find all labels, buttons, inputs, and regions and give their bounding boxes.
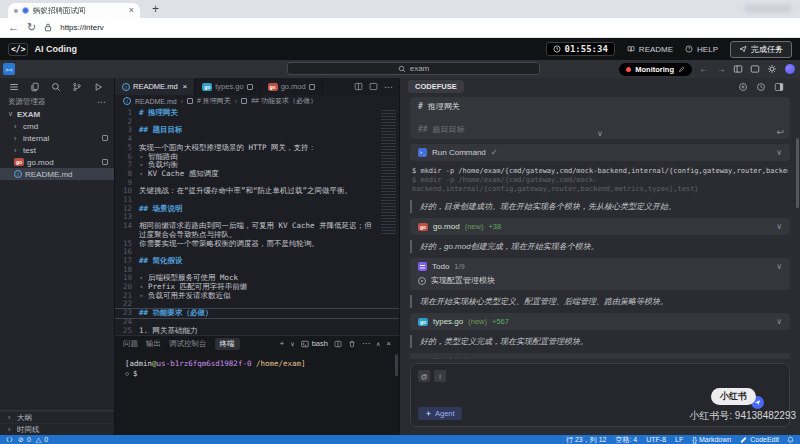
statusbar-item[interactable]: {} Markdown <box>692 436 731 443</box>
url-text[interactable]: https://interv <box>60 23 104 32</box>
nav-back-icon[interactable]: ← <box>699 64 709 74</box>
outline-label: 大纲 <box>17 413 32 423</box>
tree-item-readme-md[interactable]: README.md <box>0 168 114 180</box>
line-text: 关键挑战：在“提升缓存命中率”和“防止单机过载”之间做平衡。 <box>139 187 376 196</box>
errors-indicator[interactable]: ⊘ 0 <box>18 436 31 444</box>
explorer-files-icon[interactable] <box>30 82 40 92</box>
back-icon[interactable]: ← <box>8 22 19 33</box>
new-chat-icon[interactable] <box>738 82 748 92</box>
timeline-section[interactable]: › 时间线 <box>0 423 114 435</box>
tree-item-cmd[interactable]: ›cmd <box>0 120 114 132</box>
search-input[interactable]: exam <box>287 62 540 75</box>
tree-item-internal[interactable]: ›internal <box>0 132 114 144</box>
terminal-output[interactable]: [admin@us-b1rz6fqm6sd1982f-0 /home/exam]… <box>115 351 399 379</box>
collapse-chevron-icon[interactable]: ∨ <box>776 358 782 359</box>
panel-tab-调试控制台[interactable]: 调试控制台 <box>169 339 207 349</box>
assistant-title-tab[interactable]: CODEFUSE <box>408 80 464 93</box>
expand-chevron-icon[interactable]: ∨ <box>597 129 603 138</box>
source-control-icon[interactable] <box>72 82 82 92</box>
browser-tab[interactable]: 蚂蚁招聘面试间 × <box>8 3 140 18</box>
file-change-card[interactable]: types.go(new)+567∨ <box>410 313 790 330</box>
help-button[interactable]: ? HELP <box>685 45 718 54</box>
breadcrumb-item[interactable]: # 推理网关 <box>197 96 231 106</box>
chevron-down-icon: ∨ <box>8 110 14 118</box>
terminal-more-icon[interactable]: ⋯ <box>362 339 370 348</box>
remote-status-icon[interactable] <box>6 436 13 443</box>
editing-file-card[interactable]: 编辑文件中...∨ <box>410 353 790 359</box>
panel-close-icon[interactable]: × <box>386 339 391 348</box>
toggle-panel-icon[interactable] <box>369 82 378 91</box>
breadcrumb-item[interactable]: README.md <box>135 98 177 105</box>
new-tab-button[interactable]: + <box>152 2 159 16</box>
statusbar-item[interactable]: 行 23，列 12 <box>566 435 606 444</box>
nav-forward-icon[interactable]: → <box>716 64 726 74</box>
shell-name: bash <box>312 339 328 348</box>
panel-maximize-icon[interactable]: ∧ <box>376 340 380 347</box>
refresh-icon[interactable]: ↻ <box>27 22 36 33</box>
statusbar-item[interactable]: 空格: 4 <box>615 435 637 444</box>
editor-tabs: README.md×types.gogo.mod <box>115 78 323 95</box>
tree-item-label: cmd <box>23 122 38 131</box>
slash-command-button[interactable]: i <box>434 370 446 382</box>
statusbar-item[interactable]: LF <box>675 436 683 443</box>
split-terminal-icon[interactable] <box>334 340 342 348</box>
panel-right-icon[interactable] <box>774 82 784 92</box>
split-layout-icon[interactable] <box>733 64 743 74</box>
run-debug-icon[interactable] <box>93 82 103 92</box>
mention-button[interactable]: @ <box>418 370 430 382</box>
undo-icon[interactable]: ↩ <box>776 127 784 137</box>
warning-count: 0 <box>44 436 48 443</box>
statusbar-item[interactable]: UTF-8 <box>646 436 666 443</box>
editor-tab-README-md[interactable]: README.md× <box>115 78 195 95</box>
editor-more-icon[interactable]: ⋯ <box>384 82 393 92</box>
terminal-shell-item[interactable]: bash <box>301 339 328 348</box>
todo-card[interactable]: Todo1/9∨实现配置管理模块 <box>410 258 790 290</box>
trash-icon[interactable] <box>348 340 356 348</box>
assistant-scrollbar[interactable] <box>796 138 799 208</box>
tab-close-icon[interactable]: × <box>183 82 188 91</box>
history-icon[interactable] <box>756 82 766 92</box>
code-editor[interactable]: 1# 推理网关23## 题目目标45实现一个面向大模型推理场景的 HTTP 网关… <box>115 107 399 335</box>
panel-tab-问题[interactable]: 问题 <box>123 339 138 349</box>
tab-close-icon[interactable]: × <box>129 6 134 15</box>
minimap[interactable] <box>381 110 396 235</box>
collapse-chevron-icon[interactable]: ∨ <box>776 317 782 326</box>
statusbar-item[interactable]: CodeEdit <box>740 436 779 443</box>
command-line: $ mkdir -p /home/exam/{cmd/gateway,cmd/m… <box>412 167 788 176</box>
todo-icon <box>418 262 427 271</box>
terminal-new-icon[interactable]: + <box>280 339 285 348</box>
outline-section[interactable]: › 大纲 <box>0 411 114 423</box>
warnings-indicator[interactable]: △ 0 <box>36 436 48 444</box>
split-editor-icon[interactable] <box>354 82 363 91</box>
editor-tab-types-go[interactable]: types.go <box>195 78 260 95</box>
tree-item-exam[interactable]: ∨EXAM <box>0 108 114 120</box>
editor-tab-go-mod[interactable]: go.mod <box>261 78 323 95</box>
agent-mode-selector[interactable]: Agent <box>418 407 462 420</box>
finish-task-button[interactable]: 完成任务 <box>730 41 792 58</box>
explorer-more-icon[interactable]: ⋯ <box>97 97 106 107</box>
collapse-chevron-icon[interactable]: ∨ <box>776 148 782 157</box>
monitoring-badge[interactable]: Monitoring <box>619 63 692 76</box>
tree-item-go-mod[interactable]: go.mod <box>0 156 114 168</box>
search-sidebar-icon[interactable] <box>51 82 61 92</box>
remote-indicator[interactable]: >< <box>3 63 15 75</box>
terminal-scrollbar[interactable] <box>395 354 398 376</box>
terminal-dropdown-icon[interactable]: ∨ <box>290 340 294 347</box>
panel-layout-icon[interactable] <box>750 64 760 74</box>
menu-icon[interactable] <box>9 82 19 92</box>
context-card[interactable]: # 推理网关## 题目目标∨↩ <box>410 97 790 139</box>
collapse-chevron-icon[interactable]: ∨ <box>776 222 782 231</box>
readme-button[interactable]: README <box>627 45 673 54</box>
panel-tab-终端[interactable]: 终端 <box>215 338 240 350</box>
breadcrumb-item[interactable]: ## 功能要求（必做） <box>251 96 317 106</box>
settings-gear-icon[interactable] <box>767 64 777 74</box>
tree-item-test[interactable]: ›test <box>0 144 114 156</box>
notifications-bell-icon[interactable] <box>787 436 794 444</box>
panel-tab-输出[interactable]: 输出 <box>146 339 161 349</box>
collapse-chevron-icon[interactable]: ∨ <box>776 262 782 271</box>
lines-added: +567 <box>492 317 509 326</box>
file-change-card[interactable]: go.mod(new)+38∨ <box>410 218 790 235</box>
run-command-card[interactable]: Run Command✓∨ <box>410 144 790 161</box>
user-avatar[interactable] <box>784 63 796 75</box>
breadcrumb[interactable]: README.md›# 推理网关›## 功能要求（必做） <box>115 95 399 107</box>
